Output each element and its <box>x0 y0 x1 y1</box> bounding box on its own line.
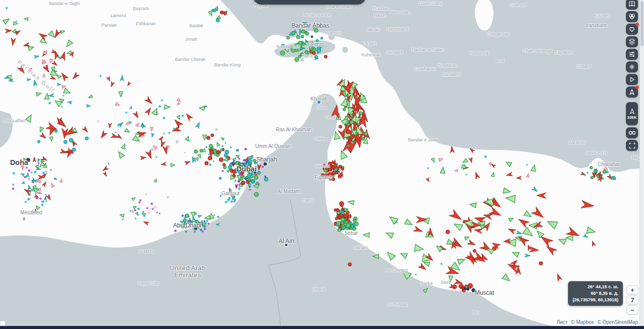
vessel-marker[interactable] <box>320 37 323 40</box>
vessel-marker[interactable] <box>189 140 190 141</box>
vessel-marker[interactable] <box>148 212 150 214</box>
vessel-marker[interactable] <box>20 173 25 177</box>
vessel-marker[interactable] <box>558 237 567 244</box>
vessel-marker[interactable] <box>332 172 335 175</box>
vessel-marker[interactable] <box>133 205 137 209</box>
port-marker[interactable] <box>310 35 313 38</box>
vessel-marker[interactable] <box>364 132 368 136</box>
vessel-marker[interactable] <box>177 98 182 103</box>
vessel-marker[interactable] <box>195 122 201 129</box>
vessel-marker[interactable] <box>262 166 264 168</box>
vessel-marker[interactable] <box>346 223 350 227</box>
vessel-marker[interactable] <box>302 21 307 25</box>
vessel-marker[interactable] <box>103 172 108 177</box>
vessel-marker[interactable] <box>38 140 40 143</box>
vessel-marker[interactable] <box>115 131 116 133</box>
vessel-marker[interactable] <box>232 193 234 195</box>
vessel-marker[interactable] <box>464 235 469 240</box>
vessel-marker[interactable] <box>159 140 166 148</box>
vessel-marker[interactable] <box>202 230 204 232</box>
vessel-marker[interactable] <box>225 150 229 154</box>
vessel-marker[interactable] <box>225 201 227 203</box>
vessel-marker[interactable] <box>141 136 143 138</box>
vessel-marker[interactable] <box>164 133 165 134</box>
vessel-marker[interactable] <box>62 85 66 89</box>
vessel-marker[interactable] <box>507 227 516 234</box>
vessel-marker[interactable] <box>566 235 573 240</box>
vessel-marker[interactable] <box>312 52 315 55</box>
vessel-marker[interactable] <box>238 158 240 160</box>
vessel-marker[interactable] <box>34 171 37 174</box>
vessel-marker[interactable] <box>222 170 224 172</box>
vessel-marker[interactable] <box>385 250 395 261</box>
vessel-marker[interactable] <box>3 17 11 24</box>
vessel-marker[interactable] <box>140 155 146 160</box>
vessel-marker[interactable] <box>339 125 342 128</box>
vessel-marker[interactable] <box>254 192 259 197</box>
vessel-marker[interactable] <box>453 221 463 230</box>
filters-button[interactable] <box>626 49 638 60</box>
vessel-marker[interactable] <box>466 174 467 175</box>
vessel-marker[interactable] <box>45 171 47 172</box>
vessel-marker[interactable] <box>536 193 546 199</box>
vessel-marker[interactable] <box>427 168 429 170</box>
vessel-marker[interactable] <box>216 223 219 226</box>
vessel-marker[interactable] <box>37 158 41 163</box>
vessel-marker[interactable] <box>121 143 127 149</box>
vessel-marker[interactable] <box>219 177 222 180</box>
vessel-marker[interactable] <box>243 159 246 161</box>
vessel-marker[interactable] <box>108 123 112 128</box>
vessel-marker[interactable] <box>32 210 34 212</box>
vessel-marker[interactable] <box>6 7 8 9</box>
vessel-marker[interactable] <box>185 214 189 217</box>
vessel-marker[interactable] <box>130 106 133 109</box>
vessel-marker[interactable] <box>348 263 352 266</box>
vessel-marker[interactable] <box>517 216 529 227</box>
vessel-marker[interactable] <box>532 187 538 193</box>
vessel-marker[interactable] <box>335 168 337 171</box>
vessel-marker[interactable] <box>135 122 140 127</box>
vessel-marker[interactable] <box>174 229 177 232</box>
vessel-marker[interactable] <box>184 219 186 221</box>
favorites-button[interactable] <box>626 24 638 35</box>
vessel-marker[interactable] <box>37 188 39 190</box>
port-marker[interactable] <box>317 101 321 104</box>
vessel-marker[interactable] <box>177 226 179 228</box>
vessel-marker[interactable] <box>301 35 304 38</box>
vessel-marker[interactable] <box>448 276 453 281</box>
vessel-marker[interactable] <box>27 198 30 201</box>
vessel-marker[interactable] <box>100 75 102 77</box>
vessel-marker[interactable] <box>505 160 512 167</box>
vessel-marker[interactable] <box>221 145 223 147</box>
vessel-marker[interactable] <box>13 184 15 186</box>
vessel-marker[interactable] <box>57 56 60 59</box>
vessel-marker[interactable] <box>255 162 257 164</box>
vessel-marker[interactable] <box>41 201 44 203</box>
vessel-marker[interactable] <box>290 46 293 49</box>
vessel-marker[interactable] <box>474 227 482 233</box>
vessel-marker[interactable] <box>254 176 258 180</box>
vessel-marker[interactable] <box>208 223 210 225</box>
vessel-marker[interactable] <box>143 215 145 217</box>
vessel-marker[interactable] <box>295 44 298 47</box>
vessel-marker[interactable] <box>206 220 208 222</box>
vessel-marker[interactable] <box>29 194 31 196</box>
vessel-marker[interactable] <box>226 192 228 194</box>
vessel-marker[interactable] <box>50 75 56 80</box>
vessel-marker[interactable] <box>305 32 309 35</box>
vessel-marker[interactable] <box>213 160 214 162</box>
vessel-marker[interactable] <box>423 287 429 293</box>
vessel-marker[interactable] <box>282 44 285 47</box>
vessel-marker[interactable] <box>204 105 207 108</box>
vessel-marker[interactable] <box>38 192 40 194</box>
vessel-marker[interactable] <box>503 188 511 195</box>
vessel-marker[interactable] <box>214 9 217 12</box>
port-marker[interactable] <box>263 162 267 166</box>
vessel-marker[interactable] <box>431 158 436 163</box>
vessel-marker[interactable] <box>57 74 62 78</box>
vessel-marker[interactable] <box>334 209 337 211</box>
vessel-marker[interactable] <box>181 115 184 117</box>
vessel-marker[interactable] <box>264 176 266 178</box>
vessel-marker[interactable] <box>338 228 341 232</box>
follow-button[interactable] <box>626 87 638 98</box>
